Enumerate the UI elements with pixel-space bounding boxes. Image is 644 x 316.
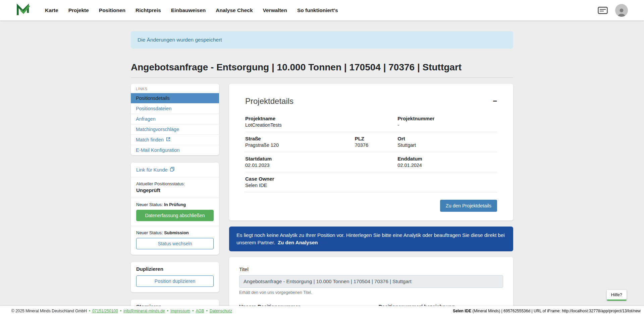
status-card: Link für Kunde Aktueller Positionsstatus…: [131, 163, 219, 255]
customer-link[interactable]: Link für Kunde: [131, 163, 219, 177]
titel-help: Erhält den von uns vorgegebenen Titel.: [239, 290, 503, 295]
next-status-2: Neuer Status: Submission: [136, 230, 214, 235]
collapse-icon[interactable]: −: [493, 98, 497, 105]
footer-session-info: Selen IDE (Mineral Minds) | 69576255536d…: [453, 309, 641, 313]
sidebar-item-match-finden[interactable]: Match finden: [131, 134, 219, 145]
sidebar-item-matchingvorschlaege[interactable]: Matchingvorschläge: [131, 124, 219, 134]
footer-user-name: Selen IDE: [453, 309, 471, 313]
separator-dot-icon: •: [167, 309, 168, 313]
ort-value: Stuttgart: [397, 142, 497, 148]
project-row-4: Case Owner Selen IDE: [245, 172, 497, 192]
copy-icon: [170, 167, 174, 173]
navbar-right: [598, 4, 628, 17]
sidebar-item-email-konfiguration[interactable]: E-Mail Konfiguration: [131, 145, 219, 155]
startdatum-label: Startdatum: [245, 156, 397, 162]
case-owner-label: Case Owner: [245, 176, 497, 182]
brand-logo[interactable]: [16, 3, 30, 17]
plz-label: PLZ: [355, 136, 398, 141]
next-status-1: Neuer Status: In Prüfung: [136, 202, 214, 207]
separator-dot-icon: •: [89, 309, 90, 313]
nav-karte[interactable]: Karte: [45, 7, 58, 13]
nav-analyse-check[interactable]: Analyse Check: [216, 7, 253, 13]
footer-session-details: (Mineral Minds) | 69576255536d | URL of …: [471, 309, 641, 313]
separator-dot-icon: •: [192, 309, 194, 313]
zu-den-analysen-link[interactable]: Zu den Analysen: [278, 240, 318, 245]
page-content: Die Änderungen wurden gespeichert Angebo…: [0, 31, 644, 316]
footer-email-link[interactable]: info@mineral-minds.de: [123, 309, 165, 313]
saved-alert: Die Änderungen wurden gespeichert: [131, 31, 513, 49]
project-row-2: Straße Pragstraße 120 PLZ 70376 Ort Stut…: [245, 132, 497, 152]
external-link-icon: [166, 137, 170, 142]
separator-dot-icon: •: [206, 309, 208, 313]
position-duplizieren-button[interactable]: Position duplizieren: [136, 275, 214, 287]
plz-value: 70376: [355, 142, 398, 148]
footer: © 2025 Mineral Minds Deutschland GmbH • …: [0, 306, 644, 316]
ort-label: Ort: [397, 136, 497, 141]
analytics-banner-text: Es liegt noch keine Analytik zu Ihrer Po…: [236, 232, 505, 245]
card-reader-icon[interactable]: [598, 7, 608, 14]
nav-positionen[interactable]: Positionen: [99, 7, 125, 13]
mineral-minds-logo-icon: [16, 3, 30, 17]
case-owner-value: Selen IDE: [245, 183, 497, 188]
footer-left: © 2025 Mineral Minds Deutschland GmbH • …: [11, 309, 232, 313]
current-status-value: Ungeprüft: [136, 187, 214, 193]
project-row-3: Startdatum 02.01.2023 Enddatum 02.01.202…: [245, 152, 497, 172]
duplizieren-card: Duplizieren Position duplizieren: [131, 262, 219, 292]
enddatum-label: Enddatum: [397, 156, 497, 162]
projektnummer-label: Projektnummer: [397, 116, 497, 121]
nav-richtpreis[interactable]: Richtpreis: [136, 7, 161, 13]
customer-link-label: Link für Kunde: [136, 167, 168, 173]
nav-projekte[interactable]: Projekte: [68, 7, 89, 13]
sidebar-item-positionsdateien[interactable]: Positionsdateien: [131, 103, 219, 114]
projektname-value: LotCreationTests: [245, 122, 397, 128]
match-finden-label: Match finden: [136, 137, 164, 142]
saved-alert-text: Die Änderungen wurden gespeichert: [138, 37, 222, 43]
nav-verwalten[interactable]: Verwalten: [263, 7, 287, 13]
projektname-label: Projektname: [245, 116, 397, 121]
duplizieren-title: Duplizieren: [136, 266, 214, 272]
zu-den-projektdetails-button[interactable]: Zu den Projektdetails: [440, 200, 497, 212]
sidebar-item-anfragen[interactable]: Anfragen: [131, 114, 219, 124]
footer-datenschutz-link[interactable]: Datenschutz: [210, 309, 232, 313]
user-avatar[interactable]: [615, 4, 628, 17]
links-header: LINKS: [131, 84, 219, 93]
sidebar: LINKS Positionsdetails Positionsdateien …: [131, 84, 219, 316]
status-wechseln-button[interactable]: Status wechseln: [136, 238, 214, 249]
strasse-value: Pragstraße 120: [245, 142, 355, 148]
projektnummer-value: -: [397, 122, 497, 128]
page-title: Angebotsanfrage - Entsorgung | 10.000 To…: [131, 62, 513, 78]
sidebar-item-positionsdetails[interactable]: Positionsdetails: [131, 93, 219, 103]
main-column: Projektdetails − Projektname LotCreation…: [229, 84, 513, 316]
titel-label: Titel: [239, 266, 503, 272]
current-status-label: Aktueller Positionsstatus:: [136, 181, 214, 186]
footer-agb-link[interactable]: AGB: [196, 309, 204, 313]
datenerfassung-abschliessen-button[interactable]: Datenerfassung abschließen: [136, 210, 214, 221]
copyright-text: © 2025 Mineral Minds Deutschland GmbH: [11, 309, 87, 313]
nav-einbauweisen[interactable]: Einbauweisen: [171, 7, 206, 13]
enddatum-value: 02.01.2024: [397, 163, 497, 168]
analytics-banner: Es liegt noch keine Analytik zu Ihrer Po…: [229, 227, 513, 251]
footer-impressum-link[interactable]: Impressum: [170, 309, 190, 313]
links-card: LINKS Positionsdetails Positionsdateien …: [131, 84, 219, 155]
project-row-1: Projektname LotCreationTests Projektnumm…: [245, 112, 497, 132]
help-button[interactable]: Hilfe?: [607, 290, 627, 301]
project-details-title: Projektdetails: [245, 97, 293, 106]
project-details-card: Projektdetails − Projektname LotCreation…: [229, 84, 513, 220]
strasse-label: Straße: [245, 136, 355, 141]
navbar: Karte Projekte Positionen Richtpreis Ein…: [0, 0, 644, 20]
separator-dot-icon: •: [120, 309, 121, 313]
footer-phone-link[interactable]: 07151/250100: [92, 309, 118, 313]
titel-input[interactable]: [239, 275, 503, 288]
nav-so-funktionierts[interactable]: So funktioniert's: [297, 7, 338, 13]
main-nav: Karte Projekte Positionen Richtpreis Ein…: [45, 7, 338, 13]
startdatum-value: 02.01.2023: [245, 163, 397, 168]
